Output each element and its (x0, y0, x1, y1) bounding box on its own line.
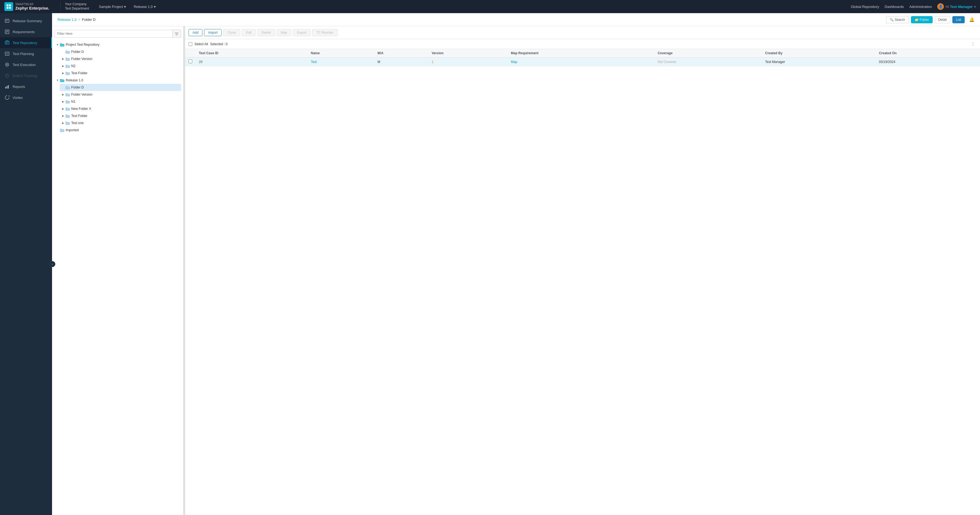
coverage-cell: Not Covered (654, 57, 762, 66)
test-case-table: Test Case ID Name M/A Version Map Requir… (185, 49, 980, 515)
product-name: Zephyr Enterprise. (15, 6, 49, 11)
tree-node-n2: ▶ N2 (60, 62, 181, 70)
requirements-icon (5, 29, 10, 35)
user-menu[interactable]: 👤 Hi Test Manager ▾ (937, 3, 975, 10)
release-summary-icon (5, 18, 10, 24)
sidebar-collapse-button[interactable]: « (49, 261, 55, 267)
breadcrumb-release-link[interactable]: Release 1.0 (57, 17, 76, 22)
nav-administration[interactable]: Administration (909, 5, 932, 9)
action-toolbar: Add Import Clone Edit Delete Map Export … (185, 26, 980, 39)
tree-toggle[interactable]: ▶ (61, 64, 65, 68)
vortex-icon (5, 95, 10, 100)
tree-toggle[interactable]: ▶ (61, 92, 65, 97)
folder-closed-icon (65, 56, 70, 61)
tree-row-folder-d-proj[interactable]: ▶ Folder D (60, 48, 181, 55)
tree-toggle[interactable]: ▶ (61, 121, 65, 125)
test-case-name-link[interactable]: Test (311, 60, 317, 64)
tree-node-project-test-repo: ▼ Project Test Repository ▶ (54, 41, 181, 77)
tree-label: Folder Version (71, 57, 92, 61)
sidebar-item-label: Defect Tracking (13, 74, 37, 78)
th-map-requirement: Map Requirement (508, 49, 654, 57)
tree-toggle-project[interactable]: ▼ (55, 43, 60, 47)
sidebar-item-label: Test Repository (13, 41, 37, 45)
tree-node-release-1: ▼ Release 1.0 ▶ (54, 77, 181, 127)
tree-row-release-1[interactable]: ▼ Release 1.0 (54, 77, 181, 84)
sidebar-item-release-summary[interactable]: Release Summary (0, 15, 52, 26)
detail-button[interactable]: Detail (935, 16, 950, 23)
filter-icon[interactable] (173, 30, 181, 38)
notification-bell-icon[interactable]: 🔔 (969, 17, 975, 22)
breadcrumb-separator: > (78, 17, 80, 22)
tree-node-test-folder-proj: ▶ Test Folder (60, 70, 181, 77)
svg-rect-4 (5, 19, 9, 22)
select-all-label: Select All (194, 42, 208, 46)
tree-toggle[interactable]: ▶ (61, 57, 65, 61)
created-by-cell: Test Manager (762, 57, 875, 66)
more-options-button[interactable]: ⋮ (969, 41, 977, 47)
breadcrumb-bar: Release 1.0 > Folder D 🔍 Search 📁 Folder… (52, 13, 980, 26)
th-name: Name (308, 49, 374, 57)
tree-toggle[interactable]: ▶ (61, 106, 65, 111)
table-row: 26 Test M 1 Map N (185, 57, 980, 66)
ma-cell: M (374, 57, 428, 66)
sidebar-item-label: Release Summary (13, 19, 42, 23)
folder-closed-icon (65, 71, 70, 76)
tree-row-imported[interactable]: ▶ Imported (54, 127, 181, 134)
nav-global-repository[interactable]: Global Repository (851, 5, 879, 9)
sidebar-item-test-execution[interactable]: Test Execution (0, 59, 52, 70)
sidebar-item-reports[interactable]: Reports (0, 81, 52, 92)
tree-row-test-one[interactable]: ▶ Test one (60, 119, 181, 127)
tree-label-project-test-repo: Project Test Repository (66, 43, 99, 46)
select-bar: Select All Selected : 0 ⋮ (185, 39, 980, 49)
tree-row-folder-version-rel[interactable]: ▶ Folder Version (60, 91, 181, 98)
sidebar-item-requirements[interactable]: Requirements (0, 26, 52, 37)
tree-row-n2[interactable]: ▶ N2 (60, 62, 181, 70)
th-created-by: Created By (762, 49, 875, 57)
list-button[interactable]: List (952, 16, 965, 23)
tree-toggle-release[interactable]: ▼ (55, 78, 60, 83)
sidebar-item-test-repository[interactable]: Test Repository (0, 37, 52, 48)
import-button[interactable]: Import (204, 29, 221, 36)
main-content: Release 1.0 > Folder D 🔍 Search 📁 Folder… (52, 13, 980, 515)
tree-row-n1[interactable]: ▶ N1 (60, 98, 181, 105)
tree-row-folder-version-proj[interactable]: ▶ Folder Version (60, 55, 181, 62)
filter-input[interactable] (54, 30, 173, 38)
folder-open-icon (60, 42, 65, 47)
tree-label: N1 (71, 100, 75, 103)
sidebar-item-defect-tracking: Defect Tracking (0, 70, 52, 81)
breadcrumb-actions: 🔍 Search 📁 Folder Detail List 🔔 (886, 16, 975, 23)
folder-closed-icon (65, 121, 70, 126)
map-requirement-link[interactable]: Map (511, 60, 517, 64)
svg-rect-18 (5, 87, 6, 89)
tree-children-project: ▶ Folder D ▶ Fol (60, 48, 181, 77)
svg-rect-2 (6, 7, 8, 9)
version-link[interactable]: 1 (432, 60, 434, 64)
tree-toggle[interactable]: ▶ (61, 99, 65, 104)
select-all-checkbox[interactable] (188, 42, 192, 46)
nav-dashboards[interactable]: Dashboards (885, 5, 904, 9)
folder-closed-icon (65, 106, 70, 111)
tree-toggle[interactable]: ▶ (61, 114, 65, 118)
add-button[interactable]: Add (188, 29, 202, 36)
row-checkbox[interactable] (188, 59, 192, 63)
search-button[interactable]: 🔍 Search (886, 16, 909, 23)
tree-row-test-folder-rel[interactable]: ▶ Test Folder (60, 112, 181, 119)
tree-row-new-folder-x[interactable]: ▶ New Folder X (60, 105, 181, 112)
folder-icon: 📁 (915, 18, 919, 22)
tree-toggle[interactable]: ▶ (61, 71, 65, 75)
tree-row-folder-d-rel[interactable]: ▶ Folder D (60, 84, 181, 91)
sidebar-item-vortex[interactable]: Vortex (0, 92, 52, 103)
svg-rect-19 (6, 86, 7, 89)
th-version: Version (428, 49, 508, 57)
tree-row-project-test-repo[interactable]: ▼ Project Test Repository (54, 41, 181, 48)
svg-point-17 (7, 76, 7, 77)
nav-sample-project[interactable]: Sample Project ▾ (95, 3, 129, 10)
user-avatar-icon: 👤 (937, 3, 944, 10)
tree-row-test-folder-proj[interactable]: ▶ Test Folder (60, 70, 181, 77)
nav-release[interactable]: Release 1.0 ▾ (130, 3, 159, 10)
sidebar-item-test-planning[interactable]: Test Planning (0, 48, 52, 59)
edit-button: Edit (242, 29, 256, 36)
test-repository-icon (5, 40, 10, 46)
folder-button[interactable]: 📁 Folder (911, 16, 932, 23)
list-panel: Add Import Clone Edit Delete Map Export … (185, 26, 980, 515)
